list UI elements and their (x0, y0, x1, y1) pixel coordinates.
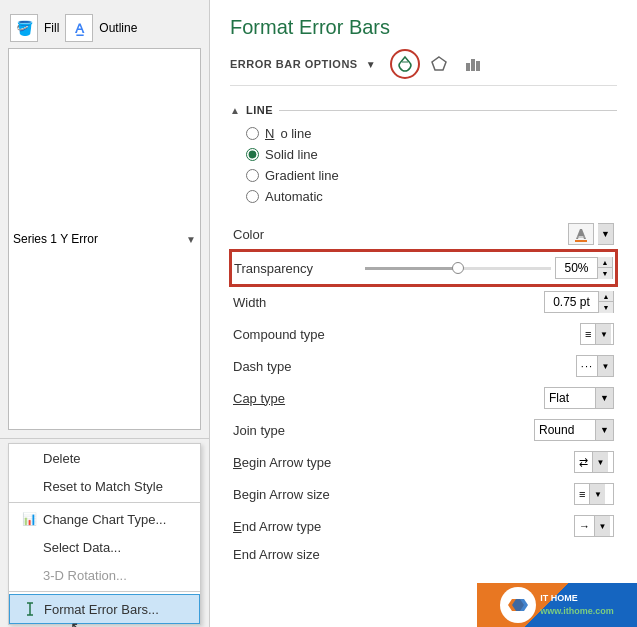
series-label: Series 1 Y Error (13, 232, 182, 246)
radio-group-line: No line Solid line Gradient line Automat… (246, 126, 617, 204)
compound-type-label: Compound type (233, 327, 325, 342)
end-arrow-type-label: End Arrow type (233, 519, 321, 534)
begin-arrow-type-arrow[interactable]: ▼ (592, 452, 608, 472)
join-type-control: Round ▼ (365, 419, 614, 441)
compound-type-icon: ≡ (581, 328, 595, 340)
pentagon-tab-icon (430, 55, 448, 73)
color-picker-arrow[interactable]: ▼ (598, 223, 614, 245)
tab-bar-chart-btn[interactable] (458, 49, 488, 79)
end-arrow-size-label: End Arrow size (233, 547, 320, 562)
right-panel: Format Error Bars ERROR BAR OPTIONS ▼ (210, 0, 637, 627)
menu-item-reset[interactable]: Reset to Match Style (9, 472, 200, 500)
prop-row-transparency: Transparency 50% ▲ ▼ (231, 251, 616, 285)
menu-item-reset-label: Reset to Match Style (43, 479, 163, 494)
bottom-logo: IT HOME www.ithome.com (477, 583, 637, 627)
radio-solid-line-label: Solid line (265, 147, 318, 162)
tab-fill-icon-btn[interactable] (390, 49, 420, 79)
begin-arrow-type-dropdown[interactable]: ⇄ ▼ (574, 451, 614, 473)
begin-arrow-type-control: ⇄ ▼ (365, 451, 614, 473)
begin-arrow-size-icon: ≡ (575, 488, 589, 500)
radio-no-line-input[interactable] (246, 127, 259, 140)
join-type-label: Join type (233, 423, 285, 438)
begin-arrow-size-label: Begin Arrow size (233, 487, 330, 502)
prop-row-begin-arrow-type: Begin Arrow type ⇄ ▼ (231, 446, 616, 478)
menu-item-format-error-bars[interactable]: Format Error Bars... ↖ (9, 594, 200, 624)
dash-type-dropdown[interactable]: ··· ▼ (576, 355, 614, 377)
properties-table: Color ▼ (230, 218, 617, 567)
tab-pentagon-btn[interactable] (424, 49, 454, 79)
transparency-label: Transparency (234, 261, 313, 276)
radio-solid-line[interactable]: Solid line (246, 147, 617, 162)
tab-dropdown-arrow[interactable]: ▼ (366, 59, 376, 70)
begin-arrow-size-control: ≡ ▼ (365, 483, 614, 505)
menu-item-select-data[interactable]: Select Data... (9, 533, 200, 561)
compound-type-arrow[interactable]: ▼ (595, 324, 611, 344)
svg-rect-8 (575, 240, 587, 242)
section-collapse-icon[interactable]: ▲ (230, 105, 240, 116)
menu-item-delete-label: Delete (43, 451, 81, 466)
begin-arrow-size-dropdown[interactable]: ≡ ▼ (574, 483, 614, 505)
prop-row-width: Width 0.75 pt ▲ ▼ (231, 285, 616, 318)
dash-type-arrow[interactable]: ▼ (597, 356, 613, 376)
width-decrement-btn[interactable]: ▼ (599, 302, 613, 313)
transparency-slider[interactable] (365, 267, 551, 270)
logo-line1: IT HOME (540, 592, 614, 605)
join-type-arrow[interactable]: ▼ (595, 420, 613, 440)
error-bars-icon (22, 601, 38, 617)
series-dropdown[interactable]: Series 1 Y Error ▼ (8, 48, 201, 430)
fill-label: Fill (44, 21, 59, 35)
dash-type-label: Dash type (233, 359, 292, 374)
radio-solid-line-input[interactable] (246, 148, 259, 161)
dash-type-icon: ··· (577, 360, 597, 372)
end-arrow-type-dropdown[interactable]: → ▼ (574, 515, 614, 537)
select-data-icon (21, 539, 37, 555)
transparency-decrement-btn[interactable]: ▼ (598, 268, 612, 279)
menu-item-delete[interactable]: Delete (9, 444, 200, 472)
svg-rect-4 (466, 63, 470, 71)
transparency-value: 50% (556, 261, 597, 275)
transparency-increment-btn[interactable]: ▲ (598, 257, 612, 268)
menu-item-3d-rotation: 3-D Rotation... (9, 561, 200, 589)
menu-item-change-chart-label: Change Chart Type... (43, 512, 166, 527)
begin-arrow-size-arrow[interactable]: ▼ (589, 484, 605, 504)
transparency-spinbox-btns: ▲ ▼ (597, 257, 612, 279)
radio-gradient-line-input[interactable] (246, 169, 259, 182)
svg-marker-3 (432, 57, 446, 70)
color-bucket-icon (573, 226, 589, 242)
cursor-indicator: ↖ (70, 618, 83, 627)
cap-type-arrow[interactable]: ▼ (595, 388, 613, 408)
section-divider (279, 110, 617, 111)
transparency-control: 50% ▲ ▼ (365, 257, 613, 279)
left-panel: 🪣 Fill A̲ Outline Series 1 Y Error ▼ Del… (0, 0, 210, 627)
end-arrow-type-arrow[interactable]: ▼ (594, 516, 610, 536)
outline-button[interactable]: A̲ (65, 14, 93, 42)
cap-type-dropdown[interactable]: Flat ▼ (544, 387, 614, 409)
width-label: Width (233, 295, 266, 310)
menu-item-3d-label: 3-D Rotation... (43, 568, 127, 583)
radio-no-line-label2: o line (280, 126, 311, 141)
radio-automatic[interactable]: Automatic (246, 189, 617, 204)
radio-gradient-line[interactable]: Gradient line (246, 168, 617, 183)
outline-icon: A̲ (75, 21, 84, 36)
radio-no-line[interactable]: No line (246, 126, 617, 141)
width-spinbox-btns: ▲ ▼ (598, 291, 613, 313)
radio-no-line-label: N (265, 126, 274, 141)
radio-automatic-input[interactable] (246, 190, 259, 203)
section-title-line: LINE (246, 104, 273, 116)
prop-row-compound-type: Compound type ≡ ▼ (231, 318, 616, 350)
svg-rect-5 (471, 59, 475, 71)
color-picker-btn[interactable] (568, 223, 594, 245)
compound-type-control: ≡ ▼ (365, 323, 614, 345)
cap-type-control: Flat ▼ (365, 387, 614, 409)
fill-icon: 🪣 (16, 20, 33, 36)
cap-type-value: Flat (545, 391, 595, 405)
reset-icon (21, 478, 37, 494)
width-control: 0.75 pt ▲ ▼ (365, 291, 614, 313)
width-increment-btn[interactable]: ▲ (599, 291, 613, 302)
fill-button[interactable]: 🪣 (10, 14, 38, 42)
compound-type-dropdown[interactable]: ≡ ▼ (580, 323, 614, 345)
join-type-dropdown[interactable]: Round ▼ (534, 419, 614, 441)
color-control: ▼ (365, 223, 614, 245)
transparency-slider-container (365, 267, 551, 270)
menu-item-change-chart[interactable]: 📊 Change Chart Type... (9, 505, 200, 533)
